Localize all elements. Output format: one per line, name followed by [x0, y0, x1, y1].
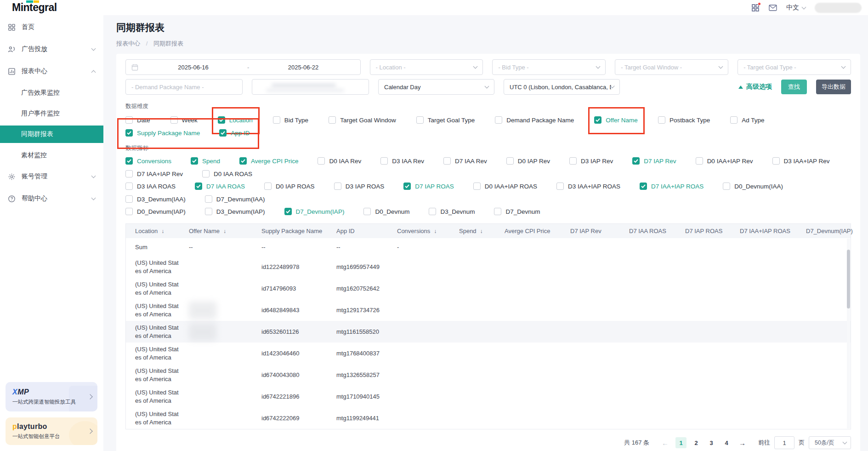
dimension-checkbox-date[interactable]: Date [125, 116, 150, 124]
metric-checkbox-d3-iaa-iap-rev[interactable]: D3 IAA+IAP Rev [772, 157, 830, 165]
date-end-value[interactable]: 2025-06-22 [252, 64, 354, 71]
column-header-conversions[interactable]: Conversions↓ [397, 228, 459, 234]
granularity-select[interactable]: Calendar Day [378, 79, 494, 95]
dimension-checkbox-location[interactable]: Location [218, 116, 253, 124]
metric-checkbox-d7-iaa-iap-roas[interactable]: D7 IAA+IAP ROAS [640, 183, 703, 190]
sidebar-subitem-ad-performance-monitor[interactable]: 广告效果监控 [0, 82, 103, 103]
metric-checkbox-d7-iaa-iap-rev[interactable]: D7 IAA+IAP Rev [125, 170, 183, 177]
timezone-select[interactable]: UTC 0 (Lisbon, London, Casablanca, Dub [504, 79, 620, 95]
table-scrollbar[interactable] [847, 239, 850, 428]
table-row[interactable]: (US) United States of Americaid142304646… [126, 343, 851, 364]
dimension-checkbox-app-id[interactable]: App ID [219, 129, 250, 137]
metric-checkbox-d0-devnum[interactable]: D0_Devnum [363, 208, 409, 215]
mail-icon[interactable] [769, 4, 777, 12]
metric-checkbox-d0-iap-rev[interactable]: D0 IAP Rev [506, 157, 550, 165]
dimension-checkbox-week[interactable]: Week [170, 116, 198, 124]
sidebar-subitem-user-event-monitor[interactable]: 用户事件监控 [0, 103, 103, 124]
metric-checkbox-d3-iap-roas[interactable]: D3 IAP ROAS [334, 183, 385, 190]
metric-checkbox-d3-devnum-iap[interactable]: D3_Devnum(IAP) [205, 208, 265, 215]
table-row[interactable]: (US) United States of Americaid714796093… [126, 278, 851, 299]
table-row[interactable]: (US) United States of Americaid122248997… [126, 256, 851, 278]
column-header-offer-name[interactable]: Offer Name↓ [189, 228, 261, 234]
dimension-checkbox-target-goal-type[interactable]: Target Goal Type [416, 116, 475, 124]
metric-checkbox-d7-devnum[interactable]: D7_Devnum [494, 208, 540, 215]
redacted-input[interactable] [252, 79, 369, 95]
next-page-arrow[interactable]: → [736, 439, 749, 447]
promo-card-xmp[interactable]: XMP 一站式跨渠道智能投放工具 [6, 382, 97, 411]
table-row[interactable]: (US) United States of Americaid648284984… [126, 299, 851, 321]
goto-page-input[interactable] [774, 436, 794, 449]
search-button[interactable]: 查找 [781, 80, 807, 94]
page-number-4[interactable]: 4 [721, 437, 732, 448]
breadcrumb-parent[interactable]: 报表中心 [116, 40, 140, 47]
metric-checkbox-d7-iap-roas[interactable]: D7 IAP ROAS [403, 183, 454, 190]
dimension-checkbox-postback-type[interactable]: Postback Type [658, 116, 710, 124]
dimension-checkbox-bid-type[interactable]: Bid Type [273, 116, 308, 124]
sidebar-item-report-center[interactable]: 报表中心 [0, 60, 103, 82]
sidebar-subitem-creative-monitor[interactable]: 素材监控 [0, 145, 103, 166]
sort-descending-icon[interactable]: ↓ [434, 228, 437, 234]
column-header-spend[interactable]: Spend↓ [459, 228, 505, 234]
metric-checkbox-d0-iaa-roas[interactable]: D0 IAA ROAS [202, 170, 252, 177]
metric-checkbox-d3-iap-rev[interactable]: D3 IAP Rev [569, 157, 613, 165]
scrollbar-thumb[interactable] [847, 250, 850, 308]
metric-checkbox-d3-iaa-rev[interactable]: D3 IAA Rev [380, 157, 424, 165]
checkbox-label: D0 IAA+IAP Rev [707, 158, 753, 165]
user-account-blurred[interactable] [815, 3, 862, 13]
metric-checkbox-d3-iaa-iap-roas[interactable]: D3 IAA+IAP ROAS [556, 183, 620, 190]
location-select[interactable]: - Location - [370, 59, 483, 75]
target-goal-type-select[interactable]: - Target Goal Type - [738, 59, 851, 75]
sidebar-item-account-management[interactable]: 账号管理 [0, 166, 103, 188]
dimension-checkbox-offer-name[interactable]: Offer Name [594, 116, 638, 124]
metric-checkbox-d3-iaa-roas[interactable]: D3 IAA ROAS [125, 183, 176, 190]
date-range-picker[interactable]: 2025-06-16 - 2025-06-22 [125, 59, 361, 75]
page-number-3[interactable]: 3 [706, 437, 717, 448]
sidebar-item-help-center[interactable]: 帮助中心 [0, 188, 103, 210]
metric-checkbox-averge-cpi-price[interactable]: Averge CPI Price [239, 157, 298, 165]
dimension-checkbox-demand-package-name[interactable]: Demand Package Name [495, 116, 574, 124]
dimension-checkbox-supply-package-name[interactable]: Supply Package Name [125, 129, 200, 137]
metric-checkbox-d0-iaa-iap-roas[interactable]: D0 IAA+IAP ROAS [473, 183, 537, 190]
metric-checkbox-d0-iaa-iap-rev[interactable]: D0 IAA+IAP Rev [696, 157, 753, 165]
metric-checkbox-d7-iaa-rev[interactable]: D7 IAA Rev [443, 157, 487, 165]
sort-descending-icon[interactable]: ↓ [223, 228, 226, 234]
language-switcher[interactable]: 中文 [786, 4, 806, 12]
page-number-1[interactable]: 1 [675, 437, 686, 448]
column-header-location[interactable]: Location↓ [135, 228, 189, 234]
sidebar-item-home[interactable]: 首页 [0, 16, 103, 38]
metric-checkbox-d7-devnum-iap[interactable]: D7_Devnum(IAP) [284, 208, 345, 215]
table-row[interactable]: (US) United States of Americaid674004308… [126, 364, 851, 386]
prev-page-arrow[interactable]: ← [659, 439, 671, 447]
metric-checkbox-d0-iaa-rev[interactable]: D0 IAA Rev [318, 157, 361, 165]
metric-checkbox-d7-iaa-roas[interactable]: D7 IAA ROAS [195, 183, 245, 190]
export-button[interactable]: 导出数据 [816, 80, 851, 94]
sidebar-subitem-cohort-report[interactable]: 同期群报表 [0, 126, 103, 143]
date-start-value[interactable]: 2025-06-16 [142, 64, 244, 71]
metric-checkbox-d0-iap-roas[interactable]: D0 IAP ROAS [264, 183, 315, 190]
table-row[interactable]: (US) United States of Americaid653260112… [126, 321, 851, 343]
metric-checkbox-d3-devnum-iaa[interactable]: D3_Devnum(IAA) [125, 195, 186, 203]
advanced-options-toggle[interactable]: 高级选项 [738, 83, 772, 91]
table-row[interactable]: (US) United States of Americaid674222206… [126, 407, 851, 429]
metric-checkbox-d7-devnum-iaa[interactable]: D7_Devnum(IAA) [205, 195, 265, 203]
sort-descending-icon[interactable]: ↓ [480, 228, 483, 234]
metric-checkbox-conversions[interactable]: Conversions [125, 157, 171, 165]
apps-grid-icon[interactable] [751, 4, 760, 12]
promo-card-playturbo[interactable]: playturbo 一站式智能创意平台 [6, 417, 97, 445]
page-number-2[interactable]: 2 [691, 437, 702, 448]
metric-checkbox-spend[interactable]: Spend [191, 157, 220, 165]
metric-checkbox-d7-iap-rev[interactable]: D7 IAP Rev [632, 157, 676, 165]
demand-package-name-input[interactable]: - Demand Package Name - [125, 79, 243, 95]
page-size-select[interactable]: 50条/页 [809, 436, 851, 449]
metric-checkbox-d0-devnum-iaa[interactable]: D0_Devnum(IAA) [723, 183, 783, 190]
metric-checkbox-d3-devnum[interactable]: D3_Devnum [429, 208, 475, 215]
dimension-checkbox-ad-type[interactable]: Ad Type [730, 116, 764, 124]
sort-descending-icon[interactable]: ↓ [161, 228, 164, 234]
cell-offer-name-redacted [189, 407, 261, 429]
bid-type-select[interactable]: - Bid Type - [492, 59, 606, 75]
sidebar-item-ad-delivery[interactable]: 广告投放 [0, 38, 103, 60]
metric-checkbox-d0-devnum-iap[interactable]: D0_Devnum(IAP) [125, 208, 186, 215]
dimension-checkbox-target-goal-window[interactable]: Target Goal Window [329, 116, 396, 124]
target-goal-window-select[interactable]: - Target Goal Window - [615, 59, 728, 75]
table-row[interactable]: (US) United States of Americaid674222189… [126, 386, 851, 407]
